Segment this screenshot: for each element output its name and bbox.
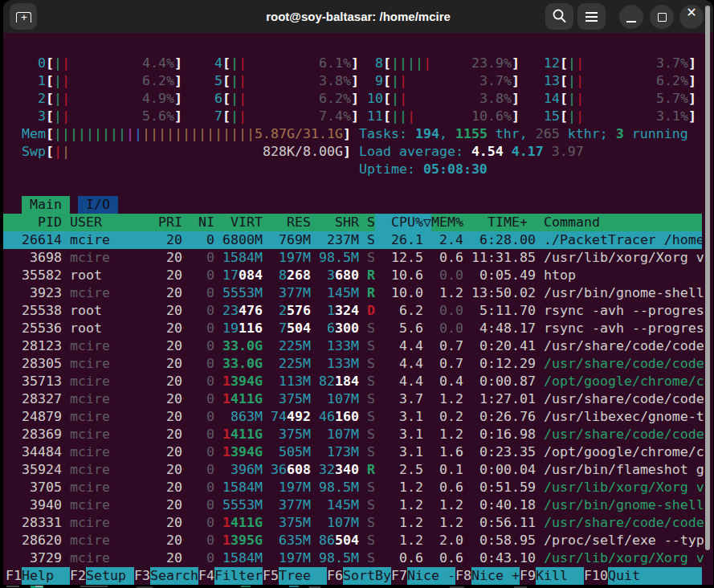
fkey-label[interactable]: Tree bbox=[279, 567, 327, 585]
fkey-key[interactable]: F6 bbox=[327, 567, 343, 585]
cell-res: 8268 bbox=[271, 267, 311, 284]
col-ni[interactable]: NI bbox=[190, 214, 214, 231]
fkey-label[interactable]: Filter bbox=[214, 567, 263, 585]
cell-ni: 0 bbox=[190, 426, 214, 443]
col-mem[interactable]: MEM% bbox=[431, 214, 463, 231]
fkey-key[interactable]: F4 bbox=[198, 567, 214, 585]
cell-virt: 33.0G bbox=[222, 355, 263, 373]
fkey-key[interactable]: F10 bbox=[584, 567, 608, 585]
cell-pri: 20 bbox=[158, 443, 182, 461]
cell-command: /opt/google/chrome/c bbox=[544, 443, 708, 461]
scrollbar[interactable] bbox=[705, 6, 710, 550]
cell-cpu: 1.2 bbox=[391, 532, 423, 549]
process-row[interactable]: 28331mcire2001411G375M107MS1.21.20:56.11… bbox=[3, 514, 713, 532]
search-button[interactable] bbox=[545, 3, 573, 30]
menu-button[interactable] bbox=[577, 3, 606, 30]
fkey-key[interactable]: F5 bbox=[263, 567, 279, 585]
new-tab-button[interactable]: + bbox=[10, 3, 37, 30]
col-time[interactable]: TIME+ bbox=[471, 214, 528, 231]
cell-ni: 0 bbox=[190, 249, 214, 267]
process-row[interactable]: 25538root2002347625761324D6.20.05:11.70r… bbox=[3, 302, 713, 320]
fkey-key[interactable]: F2 bbox=[70, 567, 86, 585]
cell-res: 197M bbox=[271, 549, 311, 567]
process-row[interactable]: 35924mcire200396M3660832340R2.50.10:00.0… bbox=[3, 461, 713, 479]
cell-time: 0:00.04 bbox=[471, 461, 536, 479]
cell-state: S bbox=[367, 532, 375, 549]
cell-res: 36608 bbox=[271, 461, 311, 479]
fkey-label[interactable]: Search bbox=[150, 567, 198, 585]
fkey-label[interactable]: Kill bbox=[536, 567, 584, 585]
col-shr[interactable]: SHR bbox=[319, 214, 359, 231]
cell-time: 0:51.59 bbox=[471, 479, 536, 496]
process-row[interactable]: 3705mcire2001584M197M98.5MS1.20.60:51.59… bbox=[3, 479, 713, 496]
cell-user: root bbox=[70, 320, 142, 337]
col-s[interactable]: S bbox=[367, 214, 375, 231]
process-row[interactable]: 3923mcire2005553M377M145MR10.01.213:50.0… bbox=[3, 284, 713, 302]
fkey-label[interactable]: Help bbox=[22, 567, 70, 585]
col-res[interactable]: RES bbox=[271, 214, 311, 231]
close-button[interactable]: ✕ bbox=[679, 5, 704, 29]
meter-bar: | bbox=[231, 90, 239, 108]
col-pri[interactable]: PRI bbox=[158, 214, 182, 231]
col-pid[interactable]: PID bbox=[6, 214, 62, 231]
cell-command: /usr/share/code/code bbox=[544, 514, 708, 532]
fkey-key[interactable]: F1 bbox=[6, 567, 22, 585]
minimize-icon bbox=[626, 21, 636, 22]
process-row[interactable]: 25536root2001911675046300S5.60.04:48.17r… bbox=[3, 320, 713, 337]
titlebar[interactable]: root@soy-baltasar: /home/mcire + bbox=[3, 0, 713, 33]
cell-ni: 0 bbox=[190, 461, 214, 479]
process-row[interactable]: 3940mcire2005553M377M145MS1.21.20:40.18/… bbox=[3, 496, 713, 514]
fkey-label[interactable]: Setup bbox=[86, 567, 134, 585]
cell-pid: 25538 bbox=[6, 302, 62, 320]
cell-virt: 1395G bbox=[222, 532, 263, 549]
cell-res: 375M bbox=[271, 390, 311, 408]
cell-cpu: 12.5 bbox=[391, 249, 423, 267]
process-row[interactable]: 28123mcire20033.0G225M133MS4.40.70:20.41… bbox=[3, 337, 713, 355]
cell-command: /usr/libexec/gnome-t bbox=[544, 408, 708, 426]
fkey-key[interactable]: F3 bbox=[134, 567, 150, 585]
fkey-key[interactable]: F7 bbox=[391, 567, 407, 585]
process-row[interactable]: 26614mcire2006800M769M237MS26.12.46:28.0… bbox=[3, 231, 713, 249]
process-row[interactable]: 28305mcire20033.0G225M133MS4.40.70:12.29… bbox=[3, 355, 713, 373]
process-row[interactable]: 28620mcire2001395G635M86504S1.22.00:58.9… bbox=[3, 532, 713, 549]
cell-res: 225M bbox=[271, 355, 311, 373]
col-user[interactable]: USER bbox=[70, 214, 142, 231]
process-row[interactable]: 35713mcire2001394G113M82184S4.40.40:00.8… bbox=[3, 373, 713, 390]
meter-bar: | bbox=[576, 108, 584, 125]
fkey-label[interactable]: SortBy bbox=[343, 567, 391, 585]
cell-mem: 0.6 bbox=[431, 249, 463, 267]
process-row[interactable]: 3698mcire2001584M197M98.5MS12.50.611:31.… bbox=[3, 249, 713, 267]
fkey-label[interactable]: Nice - bbox=[407, 567, 455, 585]
maximize-button[interactable] bbox=[650, 5, 674, 29]
tab-main[interactable]: Main bbox=[22, 196, 70, 214]
cell-pri: 20 bbox=[158, 549, 182, 567]
meter-bar: | bbox=[86, 125, 94, 143]
fkey-label[interactable]: Quit bbox=[608, 567, 702, 585]
minimize-button[interactable] bbox=[619, 5, 643, 29]
process-row[interactable]: 35582root2001708482683680R10.60.00:05.49… bbox=[3, 267, 713, 284]
cell-time: 0:40.18 bbox=[471, 496, 536, 514]
cell-cpu: 1.2 bbox=[391, 514, 423, 532]
process-row[interactable]: 28369mcire2001411G375M107MS3.11.20:16.98… bbox=[3, 426, 713, 443]
search-icon bbox=[545, 3, 573, 30]
process-row[interactable]: 3729mcire2001584M197M98.5MS0.60.60:43.10… bbox=[3, 549, 713, 567]
cell-pid: 24879 bbox=[6, 408, 62, 426]
tab-io[interactable]: I/O bbox=[78, 196, 118, 214]
process-row[interactable]: 34484mcire2001394G505M173MS3.11.60:23.35… bbox=[3, 443, 713, 461]
process-row[interactable]: 24879mcire200863M7449246160S3.10.20:26.7… bbox=[3, 408, 713, 426]
cell-user: mcire bbox=[70, 426, 142, 443]
fkey-label[interactable]: Nice + bbox=[471, 567, 520, 585]
col-cpu[interactable]: CPU% bbox=[391, 214, 423, 231]
fkey-key[interactable]: F9 bbox=[520, 567, 536, 585]
maximize-icon bbox=[658, 13, 667, 22]
cell-user: mcire bbox=[70, 408, 142, 426]
cell-time: 0:20.41 bbox=[471, 337, 536, 355]
col-command[interactable]: Command bbox=[544, 214, 708, 231]
col-virt[interactable]: VIRT bbox=[222, 214, 263, 231]
cell-time: 0:00.87 bbox=[471, 373, 536, 390]
process-row[interactable]: 28327mcire2001411G375M107MS3.71.21:27.01… bbox=[3, 390, 713, 408]
cell-virt: 23476 bbox=[222, 302, 263, 320]
mem-meter: Mem[|||||||||||||||||||||||||5.87G/31.1G… bbox=[3, 125, 713, 143]
meter-bar: | bbox=[407, 108, 415, 125]
fkey-key[interactable]: F8 bbox=[455, 567, 471, 585]
